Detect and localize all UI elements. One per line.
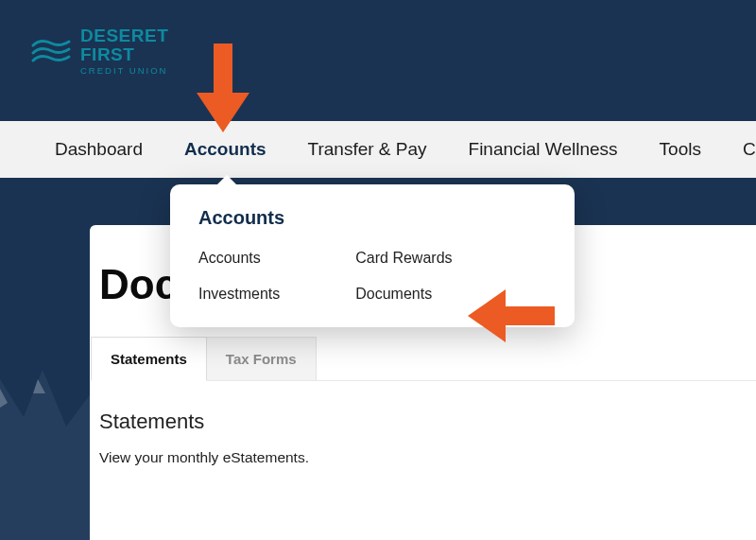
brand-name-line1: DESERET [80,26,168,45]
dropdown-link-card-rewards[interactable]: Card Rewards [355,250,452,267]
dropdown-title: Accounts [198,207,546,229]
svg-marker-6 [468,289,506,342]
nav-tools[interactable]: Tools [660,139,701,160]
svg-rect-3 [214,44,232,93]
tab-statements[interactable]: Statements [91,337,207,381]
nav-financial-wellness[interactable]: Financial Wellness [469,139,618,160]
section-statements: Statements View your monthly eStatements… [90,381,756,466]
brand-name-line2: FIRST [80,45,168,64]
nav-transfer-pay[interactable]: Transfer & Pay [308,139,427,160]
section-heading: Statements [99,409,747,434]
svg-marker-0 [0,370,90,540]
tab-row: Statements Tax Forms [91,337,756,381]
annotation-arrow-down-icon [197,44,249,132]
main-nav: Dashboard Accounts Transfer & Pay Financ… [0,121,756,178]
brand-logo: DESERET FIRST CREDIT UNION [31,26,756,76]
nav-accounts[interactable]: Accounts [184,139,266,160]
app-header: DESERET FIRST CREDIT UNION [0,0,756,121]
background-illustration [0,341,90,540]
dropdown-link-documents[interactable]: Documents [355,286,452,303]
nav-cards[interactable]: Cards [743,139,756,160]
dropdown-col-1: Accounts Investments [198,250,280,303]
annotation-arrow-left-icon [468,289,555,342]
section-description: View your monthly eStatements. [99,449,747,466]
brand-logo-icon [31,36,73,66]
tab-tax-forms[interactable]: Tax Forms [207,337,317,381]
svg-marker-4 [197,93,249,132]
brand-subtitle: CREDIT UNION [80,66,168,76]
brand-logo-text: DESERET FIRST CREDIT UNION [80,26,168,76]
dropdown-link-accounts[interactable]: Accounts [198,250,280,267]
dropdown-col-2: Card Rewards Documents [355,250,452,303]
nav-dashboard[interactable]: Dashboard [55,139,143,160]
svg-rect-5 [506,306,555,325]
dropdown-link-investments[interactable]: Investments [198,286,280,303]
